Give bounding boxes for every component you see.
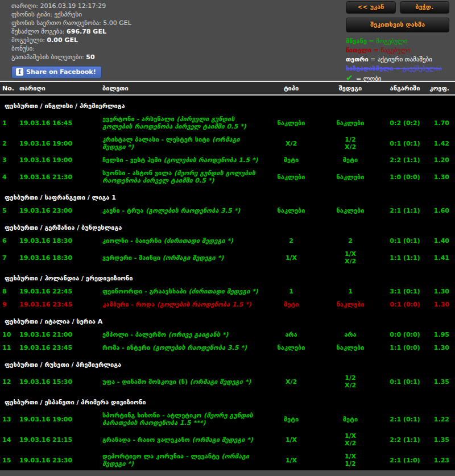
- bet-date: 19.03.16 18:30: [19, 237, 102, 245]
- bet-number: 12: [0, 378, 19, 386]
- info-value: 2016.03.19 12:17:29: [40, 2, 106, 10]
- bet-teams: ფეინოორდი - გრაავსხაპი: [102, 288, 189, 295]
- info-line: ფსონის საერთო რაოდენობა: 5.00 GEL: [11, 19, 131, 27]
- bet-date: 19.03.16 23:00: [19, 207, 102, 214]
- bet-type: 1/X: [263, 457, 320, 464]
- header-right-block: << უკან ბეჭდ. შეკითხვის დახმა მწვანე = მ…: [346, 1, 449, 84]
- bet-teams: კიოლნი - ბაიერნი: [102, 237, 164, 245]
- info-line: შესაძლო მოგება: 696.78 GEL: [11, 27, 131, 36]
- bet-result: ნაკლები: [320, 344, 381, 351]
- bet-row: 1319.03.16 19:00სპორტინგ ხიხონი - ატლეტი…: [0, 409, 455, 429]
- bet-ticket: კაენი - ტრუა (გოლების რაოდენობა 3.5 *): [102, 207, 263, 214]
- bet-ticket: უფა - დინამო მოსკოვი (ნ) (ორმაგი შედეგი …: [102, 378, 263, 386]
- bet-ticket: კამბური - როდა (გოლების რაოდენობა 1.5 *): [102, 301, 263, 308]
- bet-score: 0:1 (0:1): [381, 237, 429, 245]
- bet-row: 419.03.16 21:30სუონსი - ასტონ ვილა (მეორ…: [0, 167, 455, 187]
- help-question-button[interactable]: შეკითხვის დახმა: [346, 18, 449, 32]
- league-section-header: ფეხბურთი / ინგლისი / პრემიერლიგა: [0, 96, 455, 113]
- legend-item: ✔ = ლობი: [346, 73, 449, 84]
- bet-number: 2: [0, 140, 19, 147]
- legend-item: წითელი = წაგებული: [346, 46, 449, 55]
- bet-ticket: კიოლნი - ბაიერნი (ძირითადი შედეგი *): [102, 237, 263, 245]
- facebook-share-button[interactable]: fShare on Facebook!: [11, 66, 102, 78]
- bet-teams: ჩელსი - ვესტ ჰემი: [102, 156, 163, 164]
- info-line: თარიღი: 2016.03.19 12:17:29: [11, 2, 131, 10]
- facebook-share-label: Share on Facebook!: [26, 68, 96, 76]
- bet-ticket: ევერტონი - არსენალი (პირველი გუნდის გოლე…: [102, 115, 263, 130]
- info-label: ფსონის ტიპი:: [11, 11, 55, 18]
- check-icon: ✔: [346, 73, 353, 83]
- bet-row: 319.03.16 19:00ჩელსი - ვესტ ჰემი (გოლები…: [0, 154, 455, 167]
- bet-coefficient: 1.30: [429, 344, 455, 351]
- bet-coefficient: 1.23: [429, 457, 455, 464]
- ticket-info-block: თარიღი: 2016.03.19 12:17:29ფსონის ტიპი: …: [11, 2, 131, 78]
- back-button[interactable]: << უკან: [346, 1, 396, 14]
- bet-result: ნაკლები: [320, 207, 381, 214]
- print-button[interactable]: ბეჭდ.: [400, 1, 450, 14]
- bet-result: 1/2X/2: [320, 374, 381, 389]
- info-value: ექსპრესი: [55, 11, 82, 18]
- bet-coefficient: 1.60: [429, 207, 455, 214]
- bet-type: არა: [263, 331, 320, 338]
- bet-type: 2: [263, 237, 320, 245]
- column-header-date: თარიღი: [19, 85, 102, 92]
- bet-result: მეტი: [320, 416, 381, 423]
- bet-type: მეტი: [263, 301, 320, 308]
- bet-type: მეტი: [263, 156, 320, 164]
- bet-teams: ევერტონი - არსენალი: [102, 115, 177, 123]
- bet-ticket: ემპოლი - პალერმო (ორივე გაიტანს *): [102, 331, 263, 338]
- bet-row: 1419.03.16 21:15გრანადა - რაიო ვალეკანო …: [0, 429, 455, 450]
- bet-type: ნაკლები: [263, 173, 320, 181]
- bet-score: 0:1 (0:1): [381, 378, 429, 386]
- info-value: 50: [86, 53, 94, 61]
- table-body: ფეხბურთი / ინგლისი / პრემიერლიგა119.03.1…: [0, 96, 455, 470]
- bet-description: (ორმაგი შედეგი *): [190, 378, 251, 386]
- bet-description: (გოლების რაოდენობა 3.5 *): [152, 344, 247, 351]
- bet-result: 2: [320, 237, 381, 245]
- bet-score: 0:1 (0:1): [381, 140, 429, 147]
- bet-score: 2:1 (0:1): [381, 416, 429, 423]
- bet-score: 0:0 (0:0): [381, 331, 429, 338]
- bet-date: 19.03.16 15:30: [19, 378, 102, 386]
- info-line: ბონუსი:: [11, 44, 131, 53]
- bet-description: (გოლების რაოდენობა 3.5 *): [146, 207, 240, 214]
- bet-coefficient: 1.22: [429, 416, 455, 423]
- bet-ticket: ჩელსი - ვესტ ჰემი (გოლების რაოდენობა 1.5…: [102, 156, 263, 164]
- info-label: მოგებული:: [11, 36, 47, 44]
- bet-type: 1/X: [263, 254, 320, 262]
- info-label: შესაძლო მოგება:: [11, 28, 67, 35]
- bet-description: (გოლების რაოდენობა 1.5 *): [163, 156, 258, 164]
- bet-coefficient: 1.95: [429, 331, 455, 338]
- facebook-icon: f: [16, 68, 23, 76]
- bet-row: 719.03.16 18:30ვერდერი - მაინცი (ორმაგი …: [0, 247, 455, 268]
- bet-teams: რომა - ინტერი: [102, 344, 152, 351]
- bet-coefficient: 1.30: [429, 288, 455, 295]
- bet-type: 1: [263, 288, 320, 295]
- bet-description: (ძირითადი შედეგი *): [164, 237, 233, 245]
- bet-result: 1/2X/2: [320, 136, 381, 151]
- bet-score: 3:1 (0:1): [381, 288, 429, 295]
- bet-result: 1/X1/2: [320, 453, 381, 467]
- bet-row: 1519.03.16 23:30დეპორტივო ლა კორუნია - ლ…: [0, 450, 455, 470]
- league-section-header: ფეხბურთი / იტალია / სერია A: [0, 311, 455, 328]
- bet-teams: ემპოლი - პალერმო: [102, 331, 168, 338]
- bet-result: 1/XX/2: [320, 250, 381, 265]
- bet-number: 15: [0, 457, 19, 464]
- bet-row: 219.03.16 19:00კრისტალ პალასი - ლესტერ ს…: [0, 133, 455, 154]
- bet-ticket: დეპორტივო ლა კორუნია - ლევანტე (ორმაგი შ…: [102, 453, 263, 467]
- info-line: გათამაშების ბილეთები: 50: [11, 53, 131, 61]
- bet-date: 19.03.16 23:45: [19, 301, 102, 308]
- column-header-ticket: ბილეთი: [102, 85, 263, 92]
- bet-result: 1/XX/2: [320, 432, 381, 447]
- bet-description: (ძირითადი შედეგი *): [189, 288, 258, 295]
- bet-teams: კრისტალ პალასი - ლესტერ სიტი: [102, 136, 212, 143]
- legend: მწვანე = მოგებულიწითელი = წაგებულითეთრი …: [346, 37, 449, 84]
- bet-coefficient: 1.35: [429, 378, 455, 386]
- legend-text: = გაუქმებულია: [394, 65, 442, 72]
- bet-date: 19.03.16 22:45: [19, 288, 102, 295]
- bet-score: 0:2 (0:2): [381, 119, 429, 127]
- info-label: ბონუსი:: [11, 45, 35, 52]
- info-label: თარიღი:: [11, 2, 40, 10]
- bet-date: 19.03.16 21:00: [19, 331, 102, 338]
- league-section-header: ფეხბურთი / ესპანეთი / პრიმერა დივიზიონი: [0, 392, 455, 409]
